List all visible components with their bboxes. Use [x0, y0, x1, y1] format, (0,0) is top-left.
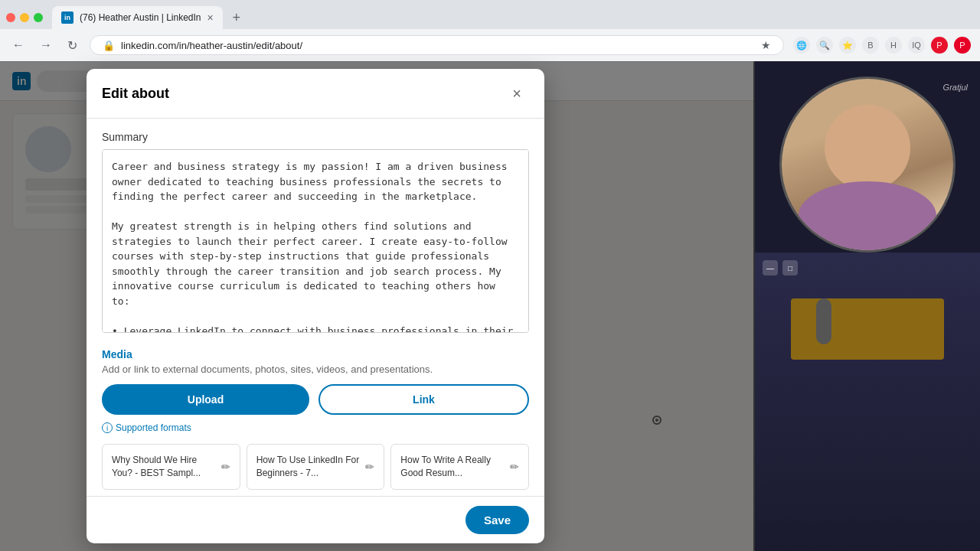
modal-body: Summary Media Add or link to external do…	[87, 119, 544, 496]
new-tab-button[interactable]: +	[226, 7, 247, 28]
modal-overlay: Edit about × Summary Media Add or link t…	[0, 61, 753, 551]
forward-button[interactable]: →	[37, 35, 55, 55]
toolbar-icons: 🌐 🔍 ⭐ B H IQ P P	[793, 37, 971, 54]
window-btn-1: —	[763, 260, 778, 276]
webcam-watermark: Gratjul	[943, 83, 968, 92]
media-item-title-0: Why Should We Hire You? - BEST Sampl...	[112, 454, 215, 480]
tab-title: (76) Heather Austin | LinkedIn	[80, 12, 201, 23]
supported-formats-text: Supported formats	[116, 422, 191, 433]
refresh-button[interactable]: ↻	[64, 35, 80, 56]
extension-icon-8[interactable]: P	[954, 37, 971, 54]
save-button[interactable]: Save	[466, 506, 529, 534]
tab-favicon: in	[61, 11, 74, 24]
active-tab[interactable]: in (76) Heather Austin | LinkedIn ×	[52, 6, 223, 29]
tab-bar: in (76) Heather Austin | LinkedIn × +	[0, 0, 980, 29]
link-button[interactable]: Link	[318, 384, 529, 415]
traffic-light-yellow[interactable]	[20, 13, 29, 22]
browser-chrome: in (76) Heather Austin | LinkedIn × + ← …	[0, 0, 980, 62]
extension-icon-6[interactable]: IQ	[908, 37, 925, 54]
url-text: linkedin.com/in/heather-austin/edit/abou…	[121, 40, 302, 51]
tab-close-button[interactable]: ×	[207, 11, 214, 24]
extension-icon-7[interactable]: P	[931, 37, 948, 54]
extension-icon-4[interactable]: B	[862, 37, 879, 54]
media-edit-icon-1[interactable]: ✏	[365, 461, 374, 473]
supported-formats[interactable]: i Supported formats	[102, 422, 529, 433]
address-bar: ← → ↻ 🔒 linkedin.com/in/heather-austin/e…	[0, 29, 980, 61]
media-grid-row1: Why Should We Hire You? - BEST Sampl... …	[102, 444, 529, 490]
media-edit-icon-2[interactable]: ✏	[510, 461, 519, 473]
info-icon: i	[102, 422, 113, 433]
webcam-background	[755, 253, 980, 551]
extension-icon-3[interactable]: ⭐	[839, 37, 856, 54]
traffic-light-red[interactable]	[6, 13, 15, 22]
media-description: Add or link to external documents, photo…	[102, 364, 529, 375]
media-item-title-1: How To Use LinkedIn For Beginners - 7...	[256, 454, 360, 480]
media-section: Media Add or link to external documents,…	[102, 348, 529, 496]
webcam-microphone	[816, 298, 831, 344]
traffic-light-green[interactable]	[34, 13, 43, 22]
modal-footer: Save	[87, 496, 544, 543]
media-item-0: Why Should We Hire You? - BEST Sampl... …	[102, 444, 240, 490]
extension-icon-5[interactable]: H	[885, 37, 902, 54]
url-bar[interactable]: 🔒 linkedin.com/in/heather-austin/edit/ab…	[90, 35, 784, 55]
media-item-1: How To Use LinkedIn For Beginners - 7...…	[247, 444, 385, 490]
modal-title: Edit about	[102, 86, 169, 102]
webcam-overlay: Gratjul — □	[753, 61, 980, 551]
edit-about-modal: Edit about × Summary Media Add or link t…	[87, 69, 544, 543]
media-label[interactable]: Media	[102, 348, 529, 360]
window-btn-2: □	[782, 260, 798, 276]
summary-label: Summary	[102, 131, 529, 143]
webcam-circle	[779, 77, 956, 253]
upload-button[interactable]: Upload	[102, 384, 309, 415]
media-item-title-2: How To Write A Really Good Resum...	[400, 454, 504, 480]
media-buttons: Upload Link	[102, 384, 529, 415]
modal-header: Edit about ×	[87, 69, 544, 119]
summary-textarea[interactable]	[102, 149, 529, 333]
media-edit-icon-0[interactable]: ✏	[221, 461, 230, 473]
extension-icon-2[interactable]: 🔍	[816, 37, 833, 54]
traffic-lights	[6, 13, 43, 22]
webcam-person	[782, 79, 953, 250]
extension-icon-1[interactable]: 🌐	[793, 37, 810, 54]
window-controls: — □	[763, 260, 798, 276]
back-button[interactable]: ←	[9, 35, 28, 55]
webcam-desk	[791, 298, 944, 360]
media-item-2: How To Write A Really Good Resum... ✏	[390, 444, 529, 490]
modal-close-button[interactable]: ×	[505, 81, 529, 106]
